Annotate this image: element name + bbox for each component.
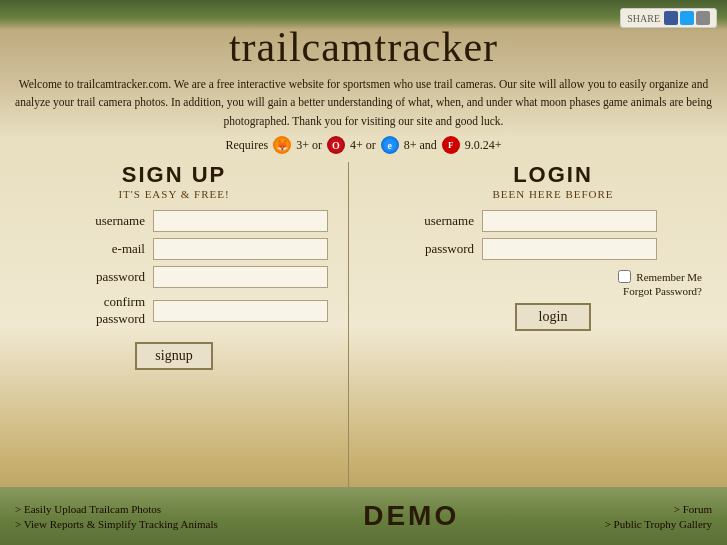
login-button[interactable]: login bbox=[515, 303, 592, 331]
opera-icon: O bbox=[327, 136, 345, 154]
signup-email-label: e-mail bbox=[55, 241, 145, 257]
opera-version: 4+ or bbox=[350, 138, 376, 153]
firefox-icon: 🦊 bbox=[273, 136, 291, 154]
signup-username-input[interactable] bbox=[153, 210, 328, 232]
signup-title: SIGN UP bbox=[122, 162, 226, 188]
forum-link[interactable]: > Forum bbox=[674, 503, 712, 515]
remember-me-checkbox[interactable] bbox=[618, 270, 631, 283]
login-subtitle: BEEN HERE BEFORE bbox=[492, 188, 613, 200]
center-divider bbox=[349, 162, 379, 498]
flash-version: 9.0.24+ bbox=[465, 138, 502, 153]
ie-icon: e bbox=[381, 136, 399, 154]
login-username-input[interactable] bbox=[482, 210, 657, 232]
login-title: LOGIN bbox=[513, 162, 593, 188]
signup-username-label: username bbox=[55, 213, 145, 229]
forgot-row: Forgot Password? bbox=[399, 285, 707, 297]
welcome-text: Welcome to trailcamtracker.com. We are a… bbox=[0, 75, 727, 130]
site-title: trailcamtracker bbox=[0, 23, 727, 71]
trophy-gallery-link[interactable]: > Public Trophy Gallery bbox=[605, 518, 712, 530]
login-username-label: username bbox=[399, 213, 474, 229]
requires-row: Requires 🦊 3+ or O 4+ or e 8+ and F 9.0.… bbox=[0, 136, 727, 154]
bottom-right: > Forum > Public Trophy Gallery bbox=[605, 503, 712, 530]
bottom-upload-link[interactable]: > Easily Upload Trailcam Photos bbox=[15, 503, 218, 515]
remember-me-label: Remember Me bbox=[636, 271, 702, 283]
signup-subtitle: IT'S EASY & FREE! bbox=[118, 188, 229, 200]
main-form-area: SIGN UP IT'S EASY & FREE! username e-mai… bbox=[0, 162, 727, 498]
signup-confirm-input[interactable] bbox=[153, 300, 328, 322]
login-password-row: password bbox=[399, 238, 707, 260]
login-username-row: username bbox=[399, 210, 707, 232]
firefox-version: 3+ or bbox=[296, 138, 322, 153]
signup-password-row: password bbox=[20, 266, 328, 288]
signup-password-input[interactable] bbox=[153, 266, 328, 288]
login-password-label: password bbox=[399, 241, 474, 257]
signup-button[interactable]: signup bbox=[135, 342, 212, 370]
ie-version: 8+ and bbox=[404, 138, 437, 153]
signup-email-row: e-mail bbox=[20, 238, 328, 260]
signup-username-row: username bbox=[20, 210, 328, 232]
login-password-input[interactable] bbox=[482, 238, 657, 260]
signup-password-label: password bbox=[55, 269, 145, 285]
signup-section: SIGN UP IT'S EASY & FREE! username e-mai… bbox=[20, 162, 349, 498]
bottom-left: > Easily Upload Trailcam Photos > View R… bbox=[15, 503, 218, 530]
share-label: SHARE bbox=[627, 13, 660, 24]
demo-label: DEMO bbox=[363, 500, 459, 532]
flash-icon: F bbox=[442, 136, 460, 154]
login-section: LOGIN BEEN HERE BEFORE username password… bbox=[379, 162, 707, 498]
bottom-center: DEMO bbox=[363, 500, 459, 532]
signup-email-input[interactable] bbox=[153, 238, 328, 260]
signup-confirm-row: confirm password bbox=[20, 294, 328, 328]
bottom-reports-link[interactable]: > View Reports & Simplify Tracking Anima… bbox=[15, 518, 218, 530]
forgot-password-link[interactable]: Forgot Password? bbox=[623, 285, 702, 297]
remember-row: Remember Me bbox=[399, 270, 707, 283]
bottom-bar: > Easily Upload Trailcam Photos > View R… bbox=[0, 487, 727, 545]
signup-confirm-label: confirm password bbox=[55, 294, 145, 328]
requires-label: Requires bbox=[225, 138, 268, 153]
